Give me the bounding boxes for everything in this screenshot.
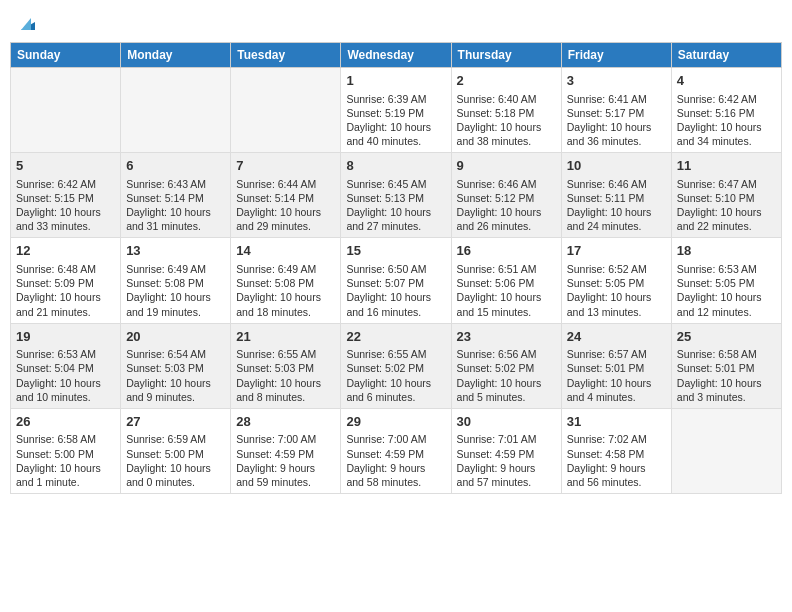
calendar-day: 17Sunrise: 6:52 AMSunset: 5:05 PMDayligh…	[561, 238, 671, 323]
calendar-day: 14Sunrise: 6:49 AMSunset: 5:08 PMDayligh…	[231, 238, 341, 323]
day-number: 15	[346, 242, 445, 260]
calendar-day: 31Sunrise: 7:02 AMSunset: 4:58 PMDayligh…	[561, 408, 671, 493]
calendar-day	[671, 408, 781, 493]
day-info-line: Daylight: 10 hours	[126, 205, 225, 219]
day-info-line: Sunset: 5:11 PM	[567, 191, 666, 205]
day-info-line: and 21 minutes.	[16, 305, 115, 319]
day-info-line: and 29 minutes.	[236, 219, 335, 233]
calendar-day: 26Sunrise: 6:58 AMSunset: 5:00 PMDayligh…	[11, 408, 121, 493]
calendar-day: 18Sunrise: 6:53 AMSunset: 5:05 PMDayligh…	[671, 238, 781, 323]
day-info-line: and 58 minutes.	[346, 475, 445, 489]
day-info-line: Daylight: 10 hours	[567, 120, 666, 134]
day-info-line: Sunset: 5:00 PM	[16, 447, 115, 461]
day-number: 29	[346, 413, 445, 431]
day-number: 14	[236, 242, 335, 260]
calendar-day: 27Sunrise: 6:59 AMSunset: 5:00 PMDayligh…	[121, 408, 231, 493]
calendar-day: 7Sunrise: 6:44 AMSunset: 5:14 PMDaylight…	[231, 153, 341, 238]
day-info-line: and 40 minutes.	[346, 134, 445, 148]
day-info-line: Sunrise: 6:43 AM	[126, 177, 225, 191]
day-number: 5	[16, 157, 115, 175]
day-number: 19	[16, 328, 115, 346]
header-wednesday: Wednesday	[341, 43, 451, 68]
day-info-line: Daylight: 10 hours	[346, 120, 445, 134]
day-info-line: Sunset: 5:04 PM	[16, 361, 115, 375]
day-info-line: Daylight: 10 hours	[677, 120, 776, 134]
day-info-line: Sunrise: 6:40 AM	[457, 92, 556, 106]
day-info-line: and 5 minutes.	[457, 390, 556, 404]
day-info-line: Sunset: 4:59 PM	[346, 447, 445, 461]
day-info-line: Sunset: 5:14 PM	[236, 191, 335, 205]
calendar-table: SundayMondayTuesdayWednesdayThursdayFrid…	[10, 42, 782, 494]
day-number: 21	[236, 328, 335, 346]
day-info-line: and 56 minutes.	[567, 475, 666, 489]
day-info-line: Sunrise: 6:46 AM	[567, 177, 666, 191]
day-info-line: Daylight: 10 hours	[16, 290, 115, 304]
calendar-day: 28Sunrise: 7:00 AMSunset: 4:59 PMDayligh…	[231, 408, 341, 493]
day-number: 24	[567, 328, 666, 346]
day-info-line: Sunrise: 6:41 AM	[567, 92, 666, 106]
day-info-line: Sunrise: 6:53 AM	[16, 347, 115, 361]
calendar-day: 9Sunrise: 6:46 AMSunset: 5:12 PMDaylight…	[451, 153, 561, 238]
calendar-day: 19Sunrise: 6:53 AMSunset: 5:04 PMDayligh…	[11, 323, 121, 408]
logo-icon	[17, 12, 39, 34]
calendar-day: 20Sunrise: 6:54 AMSunset: 5:03 PMDayligh…	[121, 323, 231, 408]
header-sunday: Sunday	[11, 43, 121, 68]
day-info-line: Sunset: 5:19 PM	[346, 106, 445, 120]
day-info-line: and 9 minutes.	[126, 390, 225, 404]
calendar-header-row: SundayMondayTuesdayWednesdayThursdayFrid…	[11, 43, 782, 68]
day-info-line: Sunrise: 6:44 AM	[236, 177, 335, 191]
day-info-line: and 6 minutes.	[346, 390, 445, 404]
header-friday: Friday	[561, 43, 671, 68]
day-info-line: Daylight: 9 hours	[236, 461, 335, 475]
day-info-line: Sunrise: 7:00 AM	[236, 432, 335, 446]
day-info-line: Sunrise: 6:47 AM	[677, 177, 776, 191]
day-number: 16	[457, 242, 556, 260]
day-info-line: and 27 minutes.	[346, 219, 445, 233]
day-number: 6	[126, 157, 225, 175]
day-info-line: Sunrise: 6:49 AM	[236, 262, 335, 276]
day-number: 30	[457, 413, 556, 431]
day-info-line: Sunset: 5:09 PM	[16, 276, 115, 290]
day-info-line: Daylight: 10 hours	[567, 376, 666, 390]
day-number: 4	[677, 72, 776, 90]
day-info-line: and 3 minutes.	[677, 390, 776, 404]
day-info-line: and 10 minutes.	[16, 390, 115, 404]
calendar-day: 8Sunrise: 6:45 AMSunset: 5:13 PMDaylight…	[341, 153, 451, 238]
day-info-line: Sunset: 5:06 PM	[457, 276, 556, 290]
day-number: 9	[457, 157, 556, 175]
day-info-line: and 38 minutes.	[457, 134, 556, 148]
day-info-line: Sunset: 5:10 PM	[677, 191, 776, 205]
day-number: 11	[677, 157, 776, 175]
day-info-line: Sunset: 5:18 PM	[457, 106, 556, 120]
day-number: 7	[236, 157, 335, 175]
day-info-line: and 8 minutes.	[236, 390, 335, 404]
day-info-line: and 16 minutes.	[346, 305, 445, 319]
day-info-line: Daylight: 10 hours	[16, 376, 115, 390]
calendar-day: 6Sunrise: 6:43 AMSunset: 5:14 PMDaylight…	[121, 153, 231, 238]
day-number: 26	[16, 413, 115, 431]
day-info-line: Sunrise: 6:42 AM	[677, 92, 776, 106]
day-info-line: Sunrise: 7:00 AM	[346, 432, 445, 446]
day-info-line: Daylight: 10 hours	[567, 205, 666, 219]
day-info-line: Daylight: 9 hours	[346, 461, 445, 475]
day-info-line: Daylight: 10 hours	[457, 376, 556, 390]
day-info-line: Sunrise: 6:51 AM	[457, 262, 556, 276]
day-info-line: and 0 minutes.	[126, 475, 225, 489]
day-info-line: Sunrise: 6:52 AM	[567, 262, 666, 276]
day-info-line: Daylight: 10 hours	[126, 461, 225, 475]
day-number: 10	[567, 157, 666, 175]
day-info-line: Daylight: 10 hours	[457, 120, 556, 134]
day-info-line: Sunset: 5:08 PM	[236, 276, 335, 290]
calendar-week-row: 19Sunrise: 6:53 AMSunset: 5:04 PMDayligh…	[11, 323, 782, 408]
day-info-line: Daylight: 10 hours	[346, 376, 445, 390]
header-saturday: Saturday	[671, 43, 781, 68]
day-info-line: Daylight: 10 hours	[677, 205, 776, 219]
day-info-line: and 13 minutes.	[567, 305, 666, 319]
day-info-line: Sunrise: 7:02 AM	[567, 432, 666, 446]
day-info-line: and 59 minutes.	[236, 475, 335, 489]
day-info-line: and 34 minutes.	[677, 134, 776, 148]
day-info-line: Sunset: 5:03 PM	[236, 361, 335, 375]
calendar-day: 15Sunrise: 6:50 AMSunset: 5:07 PMDayligh…	[341, 238, 451, 323]
day-number: 20	[126, 328, 225, 346]
day-info-line: Daylight: 10 hours	[677, 376, 776, 390]
